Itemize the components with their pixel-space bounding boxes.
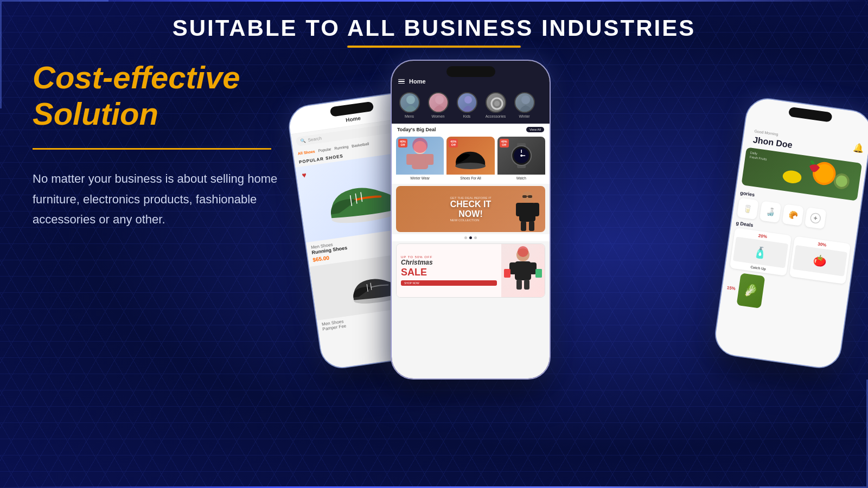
category-label-winter: Winter <box>519 114 529 118</box>
bell-icon: 🔔 <box>853 127 867 153</box>
xmas-banner: UP TO 50% OFF Christmas SALE SHOP NOW <box>396 243 545 298</box>
deal-badge-watch: 40%Off <box>500 139 509 147</box>
heart-icon: ♥ <box>302 170 307 179</box>
phone-center: Home Mens Women <box>391 60 551 380</box>
svg-line-52 <box>815 216 816 220</box>
svg-point-7 <box>406 95 415 104</box>
category-avatar-winter <box>514 92 535 113</box>
svg-rect-33 <box>528 195 532 198</box>
search-icon: 🔍 <box>300 138 306 144</box>
svg-rect-29 <box>533 203 539 216</box>
phone-right: Good Morning Jhon Doe 🔔 <box>712 95 868 371</box>
filter-basketball[interactable]: Basketball <box>352 142 369 147</box>
category-label-kids: Kids <box>463 114 471 118</box>
headline-line2: Solution <box>33 96 158 131</box>
svg-point-8 <box>435 95 444 104</box>
deal-name-shoes: Shoes For All <box>446 175 494 182</box>
svg-point-12 <box>521 95 530 104</box>
dot-2 <box>469 236 472 239</box>
category-mens[interactable]: Mens <box>397 92 422 118</box>
xmas-title: Christmas <box>401 259 497 266</box>
xmas-left: UP TO 50% OFF Christmas SALE SHOP NOW <box>397 244 501 297</box>
dot-1 <box>464 236 467 239</box>
phone-center-notch <box>446 66 495 77</box>
category-avatar-accessories <box>486 92 506 113</box>
deal-img-winter: 40%Off <box>396 137 444 175</box>
center-categories: Mens Women Kids <box>392 89 550 124</box>
divider-line <box>33 148 271 150</box>
category-avatar-women <box>428 92 449 113</box>
svg-rect-28 <box>516 203 522 216</box>
svg-rect-16 <box>425 154 433 165</box>
svg-point-41 <box>518 246 528 257</box>
svg-rect-44 <box>535 269 542 278</box>
svg-point-11 <box>494 101 500 106</box>
promo-person <box>513 189 542 232</box>
chips-percent: 15% <box>726 285 736 291</box>
promo-banner: GET THE DEAL BEFORE IT CHECK ITNOW! NEW … <box>396 186 545 232</box>
svg-rect-40 <box>524 280 529 290</box>
main-headline: Cost-effective Solution <box>33 60 293 132</box>
headline-line1: Cost-effective <box>33 60 240 95</box>
category-label-accessories: Accessories <box>486 114 506 118</box>
deal-card-winter[interactable]: 40%Off Winter Wear <box>396 137 444 182</box>
search-placeholder: Search <box>308 136 322 143</box>
deal-name-winter: Winter Wear <box>396 175 444 182</box>
svg-point-17 <box>412 138 427 153</box>
svg-point-49 <box>782 169 802 184</box>
xmas-sale: SALE <box>401 267 497 278</box>
svg-rect-31 <box>529 221 534 231</box>
deal-card-shoes[interactable]: 40%Off Shoes For All <box>446 137 494 182</box>
svg-point-25 <box>520 155 522 157</box>
deals-header: Today's Big Deal View All <box>392 124 550 134</box>
center-app-title: Home <box>409 78 543 85</box>
svg-rect-36 <box>515 261 531 280</box>
category-kids[interactable]: Kids <box>455 92 479 118</box>
description-text: No matter your business is about selling… <box>33 169 293 229</box>
cat-icon-more[interactable] <box>805 207 827 229</box>
carousel-dots <box>392 234 550 241</box>
filter-all-shoes[interactable]: All Shoes <box>298 149 316 155</box>
svg-rect-15 <box>406 154 414 165</box>
xmas-right <box>501 244 545 297</box>
cat-icon-dairy[interactable]: 🥛 <box>737 198 759 220</box>
category-label-mens: Mens <box>405 114 414 118</box>
filter-popular[interactable]: Popular <box>318 147 331 152</box>
phone-left-title: Home <box>346 115 361 123</box>
view-all-button[interactable]: View All <box>526 127 544 132</box>
category-accessories[interactable]: Accessories <box>483 92 508 118</box>
filter-running[interactable]: Running <box>334 145 349 151</box>
promo-collection: NEW COLLECTION <box>450 219 491 222</box>
deal-card-watch[interactable]: 40%Off Watc <box>497 137 545 182</box>
deal-img-shoes: 40%Off <box>446 137 494 175</box>
category-winter[interactable]: Winter <box>512 92 537 118</box>
page-content: SUITABLE TO ALL BUSINESS INDUSTRIES Cost… <box>0 0 868 488</box>
deal-item-2[interactable]: 30% 🍅 <box>789 236 851 284</box>
deal-img-watch: 40%Off <box>497 137 545 175</box>
deals-section-title: Today's Big Deal <box>397 127 436 132</box>
deal-badge-shoes: 40%Off <box>449 139 458 147</box>
cat-icon-bakery[interactable]: 🥐 <box>782 204 804 226</box>
dot-3 <box>474 236 477 239</box>
page-title: SUITABLE TO ALL BUSINESS INDUSTRIES <box>11 15 857 41</box>
svg-rect-39 <box>516 280 522 290</box>
category-label-women: Women <box>432 114 445 118</box>
category-avatar-kids <box>457 92 477 113</box>
category-avatar-mens <box>399 92 420 113</box>
svg-rect-30 <box>521 221 526 231</box>
promo-main-text: CHECK ITNOW! <box>450 200 491 219</box>
deal-img-small-2: 🍅 <box>792 245 847 277</box>
deal-item-1[interactable]: 20% 🧴 Catch Up <box>730 228 792 276</box>
phone-right-screen: Good Morning Jhon Doe 🔔 <box>713 97 868 370</box>
hamburger-menu[interactable] <box>398 79 405 84</box>
svg-rect-32 <box>522 195 527 198</box>
category-women[interactable]: Women <box>426 92 450 118</box>
deal-name-watch: Watch <box>497 175 545 182</box>
svg-point-18 <box>455 163 486 169</box>
phone-center-screen: Home Mens Women <box>392 61 550 378</box>
xmas-shop-btn[interactable]: SHOP NOW <box>401 280 497 286</box>
cat-icon-bottle[interactable]: 🍶 <box>760 201 782 223</box>
left-section: Cost-effective Solution No matter your b… <box>33 60 293 230</box>
svg-point-9 <box>464 96 472 104</box>
svg-rect-42 <box>504 269 510 278</box>
